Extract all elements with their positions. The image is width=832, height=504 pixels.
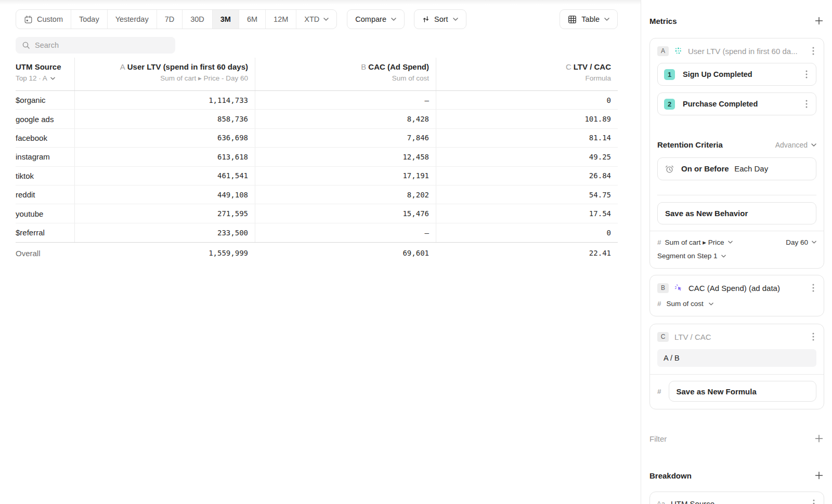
column-header-a[interactable]: AUser LTV (spend in first 60 days) Sum o… (74, 58, 255, 90)
window-dropdown[interactable]: Day 60 (786, 238, 816, 246)
breakdown-item-utm-source[interactable]: Aa UTM Source (649, 492, 824, 504)
save-formula-label: Save as New Formula (677, 387, 757, 396)
main-area: CustomTodayYesterday7D30D3M6M12MXTD Comp… (0, 0, 641, 504)
kebab-icon (805, 70, 808, 78)
compare-label: Compare (355, 15, 386, 23)
row-label: youtube (16, 204, 74, 222)
range-7d[interactable]: 7D (157, 10, 183, 29)
range-custom[interactable]: Custom (16, 10, 71, 29)
row-dimension-subtitle: Top 12 · A (16, 74, 47, 83)
app-root: CustomTodayYesterday7D30D3M6M12MXTD Comp… (0, 0, 832, 504)
add-breakdown-button[interactable] (814, 470, 824, 481)
cell-value: 12,458 (255, 148, 436, 166)
range-label: Custom (37, 15, 63, 23)
string-type-icon: Aa (657, 500, 665, 504)
save-formula-button[interactable]: Save as New Formula (669, 381, 816, 402)
chevron-down-icon (391, 18, 396, 21)
sort-button[interactable]: Sort (414, 9, 466, 29)
search-icon (22, 41, 30, 49)
kebab-icon (812, 333, 814, 341)
segment-step-dropdown[interactable]: Segment on Step 1 (657, 252, 726, 260)
step-label: Purchase Completed (683, 100, 796, 108)
cell-value: 0 (436, 91, 618, 109)
chevron-down-icon (812, 241, 816, 244)
table-row: youtube271,59515,47617.54 (16, 204, 618, 223)
metric-c-header[interactable]: C LTV / CAC (657, 331, 816, 342)
chevron-down-icon (811, 143, 816, 147)
cell-value: 8,428 (255, 110, 436, 128)
column-letter: A (120, 62, 125, 71)
metric-a-header[interactable]: A User LTV (spend in first 60 da... (657, 46, 816, 56)
row-label: facebook (16, 129, 74, 147)
cell-value: 81.14 (436, 129, 618, 147)
range-3m[interactable]: 3M (213, 10, 239, 29)
cell-value: 17,191 (255, 167, 436, 185)
column-header-b[interactable]: BCAC (Ad Spend) Sum of cost (255, 58, 436, 90)
row-label: reddit (16, 185, 74, 204)
filter-title: Filter (649, 434, 667, 443)
numeric-type-icon: # (657, 238, 661, 246)
column-header-c[interactable]: CLTV / CAC Formula (436, 58, 618, 90)
search-box[interactable] (16, 37, 175, 54)
range-yesterday[interactable]: Yesterday (108, 10, 157, 29)
cell-value: 26.84 (436, 167, 618, 185)
cell-value: 858,736 (74, 110, 255, 128)
metric-b-aggregation-dropdown[interactable]: # Sum of cost (657, 300, 816, 308)
aggregation-dropdown[interactable]: # Sum of cart ▸ Price (657, 238, 733, 246)
row-label: $organic (16, 91, 74, 109)
metric-letter-badge: A (657, 46, 669, 56)
retention-criteria-row: Retention Criteria Advanced (657, 140, 816, 149)
breakdown-item-label: UTM Source (671, 499, 805, 504)
table-overall-row: Overall 1,559,999 69,601 22.41 (16, 242, 618, 263)
table-row: facebook636,6987,84681.14 (16, 129, 618, 148)
search-input[interactable] (35, 41, 169, 49)
step-label: Sign Up Completed (683, 70, 796, 78)
table-header: UTM Source Top 12 · A AUser LTV (spend i… (16, 58, 618, 91)
range-30d[interactable]: 30D (183, 10, 213, 29)
retention-criteria-card[interactable]: On or Before Each Day (657, 157, 816, 180)
chevron-down-icon (728, 241, 733, 244)
save-behavior-button[interactable]: Save as New Behavior (657, 202, 816, 224)
numeric-type-icon: # (657, 388, 661, 395)
range-xtd[interactable]: XTD (296, 10, 336, 29)
row-dimension-header[interactable]: UTM Source Top 12 · A (16, 58, 74, 90)
funnel-step-2[interactable]: 2 Purchase Completed (657, 92, 816, 115)
more-menu-button[interactable] (810, 46, 816, 56)
compare-button[interactable]: Compare (347, 9, 405, 29)
range-12m[interactable]: 12M (266, 10, 296, 29)
cell-value: 54.75 (436, 185, 618, 204)
plus-icon (815, 17, 823, 25)
filter-section-header: Filter (649, 433, 824, 444)
formula-input[interactable]: A / B (657, 349, 816, 367)
metric-letter-badge: B (657, 283, 669, 293)
row-label: tiktok (16, 167, 74, 185)
row-label: instagram (16, 148, 74, 166)
retention-mode-dropdown[interactable]: Advanced (775, 141, 816, 149)
view-type-button[interactable]: Table (560, 9, 618, 29)
range-6m[interactable]: 6M (239, 10, 266, 29)
range-today[interactable]: Today (71, 10, 108, 29)
chevron-down-icon (604, 18, 609, 21)
cell-value: 233,500 (74, 223, 255, 242)
cell-value: 7,846 (255, 129, 436, 147)
more-menu-button[interactable] (803, 99, 810, 109)
add-filter-button[interactable] (814, 433, 824, 444)
funnel-step-1[interactable]: 1 Sign Up Completed (657, 63, 816, 86)
metric-c-footer: # Save as New Formula (650, 374, 824, 409)
numeric-type-icon: # (657, 300, 661, 308)
more-menu-button[interactable] (811, 498, 817, 504)
more-menu-button[interactable] (810, 331, 816, 342)
column-subtitle: Sum of cost (255, 74, 429, 83)
cell-value: 49.25 (436, 148, 618, 166)
kebab-icon (812, 284, 814, 292)
metric-b-header[interactable]: B CAC (Ad Spend) (ad data) (657, 283, 816, 293)
query-sidebar: Metrics A User LTV (spend in first 60 da… (641, 0, 832, 504)
metric-c-title: LTV / CAC (674, 333, 804, 341)
overall-value-b: 69,601 (255, 243, 436, 263)
more-menu-button[interactable] (803, 69, 810, 79)
ad-click-icon (674, 284, 683, 292)
cell-value: 636,698 (74, 129, 255, 147)
add-metric-button[interactable] (814, 16, 824, 26)
overall-value-c: 22.41 (436, 243, 618, 263)
more-menu-button[interactable] (810, 283, 816, 293)
